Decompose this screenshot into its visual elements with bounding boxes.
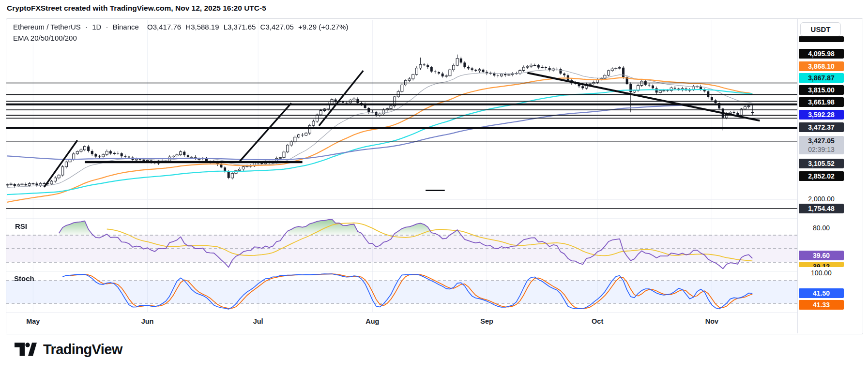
price-label: 39.12 [799,262,844,267]
tradingview-logo[interactable]: TradingView [15,341,122,358]
price-label: 1,754.48 [799,204,844,213]
price-label: 3,815.00 [799,85,844,95]
price-label: 3,472.37 [799,122,844,132]
symbol-name[interactable]: Ethereum / TetherUS [13,23,81,31]
month-label: Sep [476,317,498,325]
price-label: 3,592.28 [799,110,844,120]
tradingview-logo-icon [15,341,37,358]
tradingview-logo-text: TradingView [43,342,122,358]
change-value: +9.29 (+0.27%) [298,23,348,31]
month-label: Jun [137,317,158,325]
page: CryptoFXStreet created with TradingView.… [0,0,868,374]
separator-dot: · [85,23,88,31]
price-label: 80.00 [799,223,844,233]
price-label: 3,867.87 [799,73,844,83]
price-label: 3,105.52 [799,159,844,168]
price-label: 41.50 [799,288,844,298]
price-label: 3,661.98 [799,97,844,107]
time-axis[interactable]: MayJunJulAugSepOctNov [6,313,797,334]
chart-plot-area[interactable] [6,19,862,333]
price-label: 39.60 [799,251,844,260]
price-label: 41.33 [799,300,844,310]
currency-button[interactable]: USDT [800,22,841,36]
rsi-pane-title[interactable]: RSI [15,222,27,230]
price-label [799,36,844,42]
ohlc-high: H3,588.19 [185,23,219,31]
ohlc-low: L3,371.65 [224,23,256,31]
ema-legend[interactable]: EMA 20/50/100/200 [13,34,77,42]
exchange-label: Binance [113,23,139,31]
price-label: 2,000.00 [799,194,844,204]
attribution-text: CryptoFXStreet created with TradingView.… [7,4,266,13]
price-label: 2,852.02 [799,171,844,181]
chart-legend[interactable]: Ethereum / TetherUS · 1D · Binance O3,41… [13,23,350,31]
price-scale[interactable]: USDT 4,095.983,868.103,867.873,815.003,6… [797,19,863,333]
interval-label[interactable]: 1D [92,23,101,31]
ohlc-close: C3,427.05 [260,23,294,31]
month-label: Nov [701,317,722,325]
price-label: 3,868.10 [799,61,844,71]
month-label: Oct [587,317,608,325]
month-label: Jul [247,317,269,325]
chart-card: Ethereum / TetherUS · 1D · Binance O3,41… [6,18,863,334]
price-label: 100.00 [799,268,844,278]
separator-dot: · [106,23,108,31]
month-label: May [22,317,44,325]
ohlc-open: O3,417.76 [147,23,181,31]
last-price-label: 3,427.0502:39:13 [799,136,844,154]
month-label: Aug [362,317,383,325]
stoch-pane-title[interactable]: Stoch [14,274,34,283]
price-label: 4,095.98 [799,49,844,59]
